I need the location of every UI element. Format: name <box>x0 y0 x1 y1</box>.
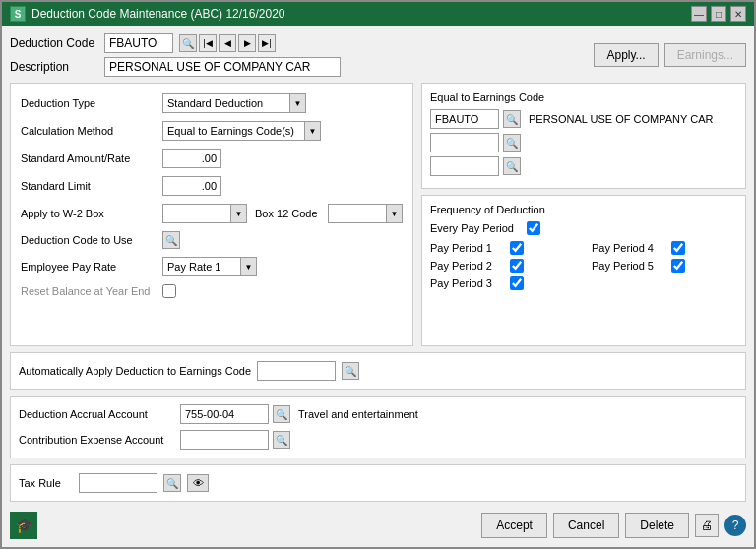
minimize-button[interactable]: — <box>691 6 707 22</box>
pay-period-3-label: Pay Period 3 <box>430 277 504 289</box>
tax-rule-lookup[interactable]: 👁 <box>187 474 209 492</box>
box12-arrow[interactable]: ▼ <box>387 204 403 223</box>
pay-period-3-checkbox[interactable] <box>510 276 524 290</box>
main-window: S Deduction Code Maintenance (ABC) 12/16… <box>0 0 756 549</box>
cancel-button[interactable]: Cancel <box>553 513 619 538</box>
standard-limit-input[interactable] <box>162 176 221 196</box>
accrual-search[interactable]: 🔍 <box>273 405 290 423</box>
auto-apply-search[interactable]: 🔍 <box>342 362 359 380</box>
calc-method-input[interactable] <box>162 121 305 141</box>
main-grid: Deduction Type ▼ Calculation Method ▼ St… <box>10 83 746 346</box>
accrual-account-row: Deduction Accrual Account 🔍 Travel and e… <box>19 404 737 424</box>
pay-rate-input[interactable] <box>162 257 241 276</box>
contribution-account-input[interactable] <box>180 430 269 450</box>
deduction-type-row: Deduction Type ▼ <box>21 93 403 113</box>
apply-w2-wrapper: ▼ <box>162 204 247 223</box>
pay-period-1-label: Pay Period 1 <box>430 242 504 254</box>
last-button[interactable]: ▶| <box>258 34 276 52</box>
reset-balance-checkbox[interactable] <box>162 284 176 298</box>
title-bar: S Deduction Code Maintenance (ABC) 12/16… <box>2 2 754 26</box>
description-row: Description <box>10 57 341 77</box>
print-button[interactable]: 🖨 <box>695 514 719 537</box>
close-button[interactable]: ✕ <box>730 6 746 22</box>
tax-section: Tax Rule 🔍 👁 <box>10 464 746 502</box>
accrual-account-input[interactable] <box>180 404 269 424</box>
left-panel: Deduction Type ▼ Calculation Method ▼ St… <box>10 83 413 346</box>
deduction-code-use-search[interactable]: 🔍 <box>162 231 180 249</box>
earnings-desc-1: PERSONAL USE OF COMPANY CAR <box>529 113 713 125</box>
calc-method-arrow[interactable]: ▼ <box>305 121 321 141</box>
earnings-code-2[interactable] <box>430 133 499 152</box>
tax-rule-search[interactable]: 🔍 <box>163 474 181 492</box>
accept-button[interactable]: Accept <box>481 513 547 538</box>
earnings-search-2[interactable]: 🔍 <box>503 134 521 152</box>
next-button[interactable]: ▶ <box>238 34 256 52</box>
header-left: Deduction Code 🔍 |◀ ◀ ▶ ▶| Description <box>10 33 341 77</box>
reset-balance-label: Reset Balance at Year End <box>21 285 158 297</box>
deduction-type-label: Deduction Type <box>21 97 158 109</box>
delete-button[interactable]: Delete <box>625 513 689 538</box>
apply-w2-row: Apply to W-2 Box ▼ Box 12 Code ▼ <box>21 204 403 223</box>
account-section: Deduction Accrual Account 🔍 Travel and e… <box>10 396 746 458</box>
box-12-label: Box 12 Code <box>255 208 324 219</box>
pay-period-grid: Pay Period 1 Pay Period 4 Pay Period 2 <box>430 241 737 290</box>
app-icon: S <box>10 6 26 22</box>
deduction-code-input[interactable] <box>104 33 173 53</box>
every-pay-period-row: Every Pay Period <box>430 221 737 235</box>
box12-wrapper: ▼ <box>328 204 403 223</box>
description-label: Description <box>10 60 98 74</box>
earnings-code-3[interactable] <box>430 156 499 176</box>
earnings-code-1[interactable] <box>430 109 499 129</box>
accrual-desc: Travel and entertainment <box>298 408 418 420</box>
deduction-code-row: Deduction Code 🔍 |◀ ◀ ▶ ▶| <box>10 33 341 53</box>
tax-rule-input[interactable] <box>79 473 158 493</box>
calculation-method-label: Calculation Method <box>21 125 158 137</box>
pay-period-2-checkbox[interactable] <box>510 259 524 273</box>
description-input[interactable] <box>104 57 341 77</box>
calculation-method-row: Calculation Method ▼ <box>21 121 403 141</box>
pay-period-5-row: Pay Period 5 <box>592 259 737 273</box>
pay-rate-wrapper: ▼ <box>162 257 257 276</box>
help-button[interactable]: ? <box>724 515 746 536</box>
apply-w2-input[interactable] <box>162 204 231 223</box>
search-button[interactable]: 🔍 <box>179 34 197 52</box>
title-bar-left: S Deduction Code Maintenance (ABC) 12/16… <box>10 6 285 22</box>
earnings-search-1[interactable]: 🔍 <box>503 110 521 128</box>
title-controls: — □ ✕ <box>691 6 746 22</box>
bottom-right: Accept Cancel Delete 🖨 ? <box>481 513 746 538</box>
pay-period-4-checkbox[interactable] <box>671 241 685 255</box>
nav-buttons: 🔍 |◀ ◀ ▶ ▶| <box>179 34 276 52</box>
every-pay-period-label: Every Pay Period <box>430 222 519 234</box>
deduction-type-input[interactable] <box>162 93 290 113</box>
every-pay-period-checkbox[interactable] <box>527 221 540 235</box>
auto-apply-input[interactable] <box>257 361 336 381</box>
first-button[interactable]: |◀ <box>199 34 217 52</box>
reset-balance-row: Reset Balance at Year End <box>21 284 403 298</box>
standard-amount-input[interactable] <box>162 149 221 168</box>
pay-rate-arrow[interactable]: ▼ <box>241 257 257 276</box>
frequency-section: Frequency of Deduction Every Pay Period … <box>421 195 746 346</box>
employee-pay-rate-label: Employee Pay Rate <box>21 261 158 273</box>
maximize-button[interactable]: □ <box>711 6 726 22</box>
right-panel: Equal to Earnings Code 🔍 PERSONAL USE OF… <box>421 83 746 346</box>
calc-method-wrapper: ▼ <box>162 121 321 141</box>
earnings-search-3[interactable]: 🔍 <box>503 157 521 175</box>
standard-limit-label: Standard Limit <box>21 180 158 192</box>
apply-w2-arrow[interactable]: ▼ <box>231 204 247 223</box>
pay-period-5-label: Pay Period 5 <box>592 260 665 272</box>
content-area: Deduction Code 🔍 |◀ ◀ ▶ ▶| Description <box>2 26 754 547</box>
box12-input[interactable] <box>328 204 387 223</box>
standard-amount-label: Standard Amount/Rate <box>21 152 158 164</box>
deduction-type-arrow[interactable]: ▼ <box>290 93 306 113</box>
prev-button[interactable]: ◀ <box>219 34 236 52</box>
tax-rule-label: Tax Rule <box>19 477 73 489</box>
pay-period-3-row: Pay Period 3 <box>430 276 576 290</box>
pay-period-4-row: Pay Period 4 <box>592 241 737 255</box>
apply-button[interactable]: Apply... <box>594 43 658 67</box>
contribution-search[interactable]: 🔍 <box>273 431 290 449</box>
standard-limit-row: Standard Limit <box>21 176 403 196</box>
pay-period-5-checkbox[interactable] <box>671 259 685 273</box>
pay-period-1-checkbox[interactable] <box>510 241 524 255</box>
earnings-button[interactable]: Earnings... <box>664 43 746 67</box>
contribution-account-label: Contribution Expense Account <box>19 434 176 446</box>
